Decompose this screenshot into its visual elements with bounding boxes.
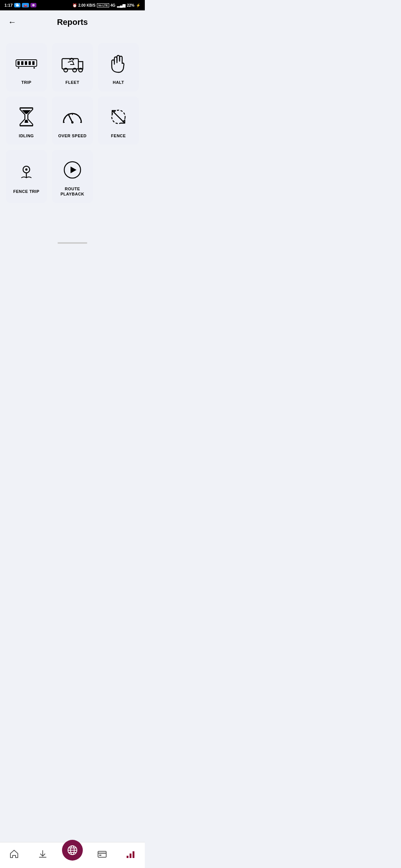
- battery-charging: ⚡: [136, 3, 140, 7]
- route-playback-label: ROUTE PLAYBACK: [61, 186, 84, 197]
- trip-icon: [15, 52, 38, 75]
- card-trip[interactable]: TRIP: [6, 43, 47, 91]
- network-speed: 2.00 KB/S: [78, 3, 95, 7]
- idling-icon: [15, 106, 38, 128]
- svg-rect-4: [29, 61, 31, 65]
- svg-rect-5: [32, 61, 35, 65]
- overspeed-label: OVER SPEED: [58, 133, 87, 138]
- fence-trip-label: FENCE TRIP: [13, 189, 39, 194]
- card-idling[interactable]: IDLING: [6, 96, 47, 145]
- svg-point-7: [33, 67, 35, 69]
- idling-label: IDLING: [19, 133, 34, 138]
- signal-4g: 4G: [111, 3, 115, 7]
- route-playback-icon: [61, 159, 84, 181]
- alarm-icon: ⏰: [72, 3, 77, 7]
- card-halt[interactable]: HALT: [98, 43, 139, 91]
- page-title: Reports: [57, 17, 88, 27]
- card-over-speed[interactable]: OVER SPEED: [52, 96, 93, 145]
- header: ← Reports: [0, 10, 145, 34]
- fence-label: FENCE: [111, 133, 126, 138]
- halt-label: HALT: [113, 80, 124, 85]
- status-time: 1:17: [4, 3, 13, 7]
- main-content: TRIP FLEET: [0, 34, 145, 240]
- halt-icon: [107, 52, 130, 75]
- fleet-icon: [61, 52, 84, 75]
- overspeed-icon: [61, 106, 84, 128]
- card-route-playback[interactable]: ROUTE PLAYBACK: [52, 150, 93, 203]
- svg-point-6: [18, 67, 19, 69]
- notification-icon1: 🌦: [14, 3, 20, 7]
- fleet-label: FLEET: [65, 80, 79, 85]
- signal-bars: ▂▄▆: [117, 3, 125, 7]
- volte-icon: Vo LTE: [97, 3, 109, 7]
- home-indicator: [0, 240, 145, 244]
- battery: 22%: [127, 3, 134, 7]
- trip-label: TRIP: [21, 80, 31, 85]
- status-bar: 1:17 🌦 🚗 ⊕ ⏰ 2.00 KB/S Vo LTE 4G ▂▄▆ 22%…: [0, 0, 145, 10]
- card-fleet[interactable]: FLEET: [52, 43, 93, 91]
- notification-icon2: 🚗: [22, 3, 29, 7]
- svg-marker-24: [71, 167, 76, 173]
- notification-icon3: ⊕: [30, 3, 36, 7]
- fence-icon: [107, 106, 130, 128]
- card-fence-trip[interactable]: FENCE TRIP: [6, 150, 47, 203]
- svg-rect-3: [25, 61, 27, 65]
- svg-point-13: [71, 121, 74, 124]
- svg-rect-2: [21, 61, 23, 65]
- back-button[interactable]: ←: [7, 16, 18, 29]
- svg-line-12: [68, 114, 72, 122]
- reports-grid: TRIP FLEET: [6, 43, 139, 203]
- svg-rect-1: [17, 61, 20, 65]
- svg-rect-8: [62, 59, 78, 69]
- card-fence[interactable]: FENCE: [98, 96, 139, 145]
- fence-trip-icon: [15, 161, 38, 184]
- svg-point-22: [25, 168, 27, 171]
